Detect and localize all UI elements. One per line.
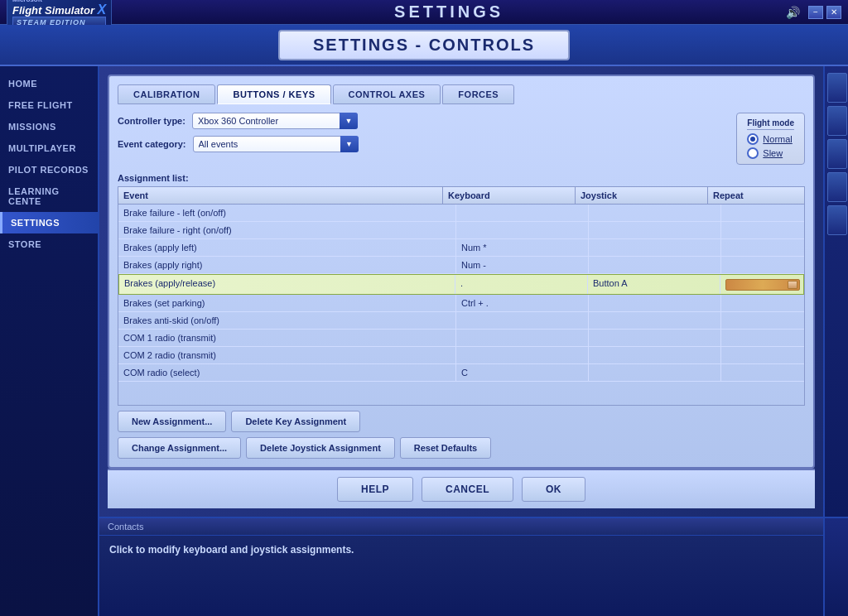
table-row[interactable]: COM 1 radio (transmit): [118, 330, 804, 347]
sidebar-item-store[interactable]: STORE: [0, 233, 98, 255]
event-category-select-wrapper: All events: [193, 136, 359, 152]
contacts-bar: Contacts: [99, 518, 823, 536]
bottom-left: Contacts Click to modify keyboard and jo…: [99, 518, 823, 616]
col-repeat: Repeat: [708, 187, 791, 204]
title-bar: Microsoft Flight Simulator X STEAM EDITI…: [0, 0, 848, 25]
sidebar-item-missions[interactable]: MISSIONS: [0, 116, 98, 137]
controller-type-select[interactable]: Xbox 360 Controller: [192, 113, 358, 129]
keyboard-cell: [456, 312, 589, 329]
table-row[interactable]: Brakes anti-skid (on/off): [118, 312, 804, 330]
sidebar-item-multiplayer[interactable]: MULTIPLAYER: [0, 137, 98, 159]
delete-key-button[interactable]: Delete Key Assignment: [231, 411, 360, 432]
main-header: SETTINGS - CONTROLS: [0, 25, 848, 66]
event-cell: Brakes (set parking): [118, 295, 456, 311]
reset-defaults-button[interactable]: Reset Defaults: [400, 437, 491, 459]
repeat-cell: [721, 347, 804, 363]
repeat-cell: [721, 257, 804, 273]
sidebar-item-free-flight[interactable]: FREE FLIGHT: [0, 94, 98, 116]
right-btn-1[interactable]: [827, 73, 847, 103]
joystick-cell: [589, 295, 721, 311]
sidebar-item-home[interactable]: HOME: [0, 73, 98, 94]
event-cell: COM 1 radio (transmit): [118, 330, 456, 346]
tab-forces[interactable]: FORCES: [442, 84, 514, 104]
help-button[interactable]: HELP: [337, 477, 413, 502]
joystick-cell: [589, 330, 721, 346]
keyboard-cell: [456, 222, 589, 238]
delete-joystick-button[interactable]: Delete Joystick Assignment: [246, 437, 395, 459]
table-header: Event Keyboard Joystick Repeat: [118, 187, 804, 205]
table-row[interactable]: COM 2 radio (transmit): [118, 347, 804, 364]
keyboard-cell: .: [455, 275, 588, 294]
repeat-cell: [720, 275, 803, 294]
table-row[interactable]: Brakes (set parking) Ctrl + .: [118, 295, 804, 312]
right-btn-3[interactable]: [827, 139, 847, 169]
radio-slew[interactable]: Slew: [747, 147, 794, 159]
new-assignment-button[interactable]: New Assignment...: [118, 411, 226, 432]
action-buttons-row-2: Change Assignment... Delete Joystick Ass…: [118, 437, 805, 459]
right-btn-4[interactable]: [827, 172, 847, 202]
joystick-cell: [589, 239, 721, 256]
minimize-button[interactable]: −: [808, 6, 823, 19]
table-row[interactable]: Brakes (apply right) Num -: [118, 257, 804, 274]
change-assignment-button[interactable]: Change Assignment...: [118, 437, 241, 459]
sidebar-item-learning[interactable]: LEARNING CENTE: [0, 180, 98, 212]
sidebar-item-pilot-records[interactable]: PILOT RECORDS: [0, 159, 98, 180]
table-row-selected[interactable]: Brakes (apply/release) . Button A: [118, 274, 804, 295]
assignment-table: Event Keyboard Joystick Repeat Brake fai…: [118, 186, 805, 406]
radio-normal-label: Normal: [763, 134, 792, 144]
table-row[interactable]: Brake failure - right (on/off): [118, 222, 804, 239]
repeat-cell: [721, 312, 804, 329]
tabs-bar: CALIBRATION BUTTONS / KEYS CONTROL AXES …: [118, 84, 805, 104]
col-event: Event: [118, 187, 443, 204]
tab-calibration[interactable]: CALIBRATION: [118, 84, 215, 104]
assignment-list-label: Assignment list:: [118, 173, 805, 183]
keyboard-cell: C: [456, 364, 589, 381]
content-area: HOME FREE FLIGHT MISSIONS MULTIPLAYER PI…: [0, 66, 848, 616]
event-category-group: Event category: All events: [118, 136, 723, 152]
main-title-header: SETTINGS: [394, 2, 504, 22]
sidebar-item-settings[interactable]: SETTINGS: [0, 212, 98, 233]
event-category-label: Event category:: [118, 139, 186, 149]
repeat-cell: [721, 330, 804, 346]
joystick-cell: [589, 347, 721, 363]
center-panel: CALIBRATION BUTTONS / KEYS CONTROL AXES …: [99, 66, 848, 616]
joystick-cell: [589, 257, 721, 273]
keyboard-cell: Num -: [456, 257, 589, 273]
keyboard-cell: [456, 205, 589, 221]
event-cell: Brakes anti-skid (on/off): [118, 312, 456, 329]
col-joystick: Joystick: [576, 187, 708, 204]
tab-control-axes[interactable]: CONTROL AXES: [333, 84, 441, 104]
sound-icon[interactable]: 🔊: [786, 6, 800, 19]
joystick-cell: [589, 205, 721, 221]
controller-type-select-wrapper: Xbox 360 Controller: [192, 113, 358, 129]
ok-button[interactable]: OK: [522, 477, 585, 502]
main-area: CALIBRATION BUTTONS / KEYS CONTROL AXES …: [99, 66, 848, 517]
radio-slew-circle: [747, 147, 759, 159]
event-cell: Brakes (apply left): [118, 239, 456, 256]
table-row[interactable]: COM radio (select) C: [118, 364, 804, 382]
close-button[interactable]: ✕: [826, 6, 841, 19]
table-row[interactable]: Brakes (apply left) Num *: [118, 239, 804, 257]
right-btn-5[interactable]: [827, 205, 847, 235]
radio-normal[interactable]: Normal: [747, 133, 794, 145]
event-category-select[interactable]: All events: [193, 136, 359, 152]
repeat-cell: [721, 205, 804, 221]
table-body[interactable]: Brake failure - left (on/off) Brake fail…: [118, 205, 804, 401]
repeat-cell: [721, 364, 804, 381]
repeat-cell: [721, 239, 804, 256]
main-content: CALIBRATION BUTTONS / KEYS CONTROL AXES …: [99, 66, 823, 517]
keyboard-cell: [456, 330, 589, 346]
col-keyboard: Keyboard: [443, 187, 576, 204]
tab-buttons-keys[interactable]: BUTTONS / KEYS: [217, 84, 330, 104]
bottom-right-spacer: [823, 518, 848, 616]
radio-normal-circle: [747, 133, 759, 145]
keyboard-cell: Num *: [456, 239, 589, 256]
repeat-slider[interactable]: [725, 279, 800, 291]
bottom-area: Contacts Click to modify keyboard and jo…: [99, 517, 848, 616]
cancel-button[interactable]: CANCEL: [422, 477, 513, 502]
flight-mode-box: Flight mode Normal Slew: [736, 113, 805, 165]
right-btn-2[interactable]: [827, 106, 847, 136]
table-row[interactable]: Brake failure - left (on/off): [118, 205, 804, 222]
controller-type-label: Controller type:: [118, 116, 186, 126]
repeat-cell: [721, 222, 804, 238]
